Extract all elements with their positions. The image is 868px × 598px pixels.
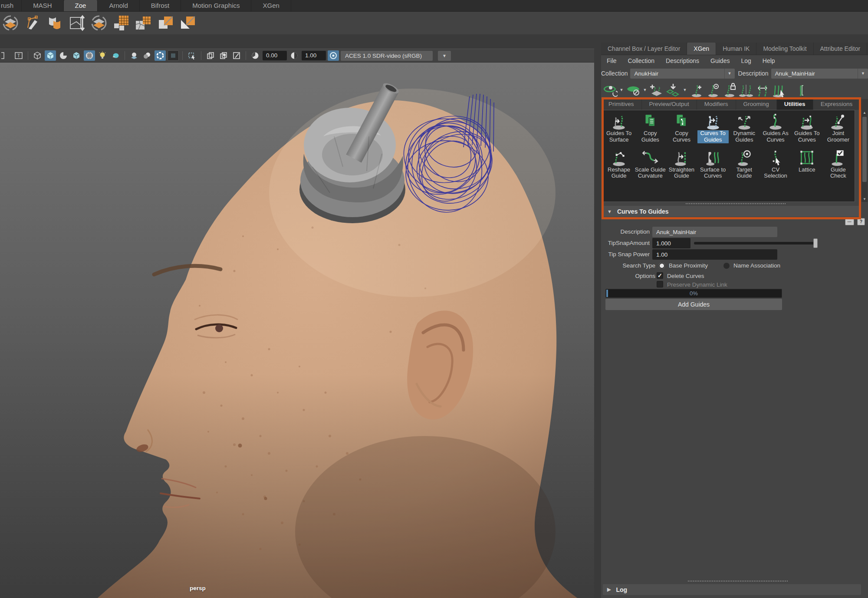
tab-xgen[interactable]: XGen: [687, 43, 716, 55]
field-tip-snap-power-value[interactable]: 1.00: [652, 249, 777, 260]
gamma-field[interactable]: 1.00: [302, 51, 326, 60]
isolate-paste-icon[interactable]: [218, 50, 229, 61]
shelf-tab-motion-graphics[interactable]: Motion Graphics: [181, 0, 251, 11]
shelf-fracture-icon[interactable]: [134, 14, 152, 32]
isolate-copy-icon[interactable]: [205, 50, 216, 61]
utility-guides-to-surface[interactable]: Guides To Surface: [603, 112, 635, 143]
scroll-thumb[interactable]: [862, 117, 867, 182]
color-management-toggle-icon[interactable]: [328, 50, 339, 61]
preview-refresh-arrow-icon[interactable]: ▼: [618, 88, 625, 92]
guides-pair-icon[interactable]: [738, 82, 754, 98]
tab-utilities[interactable]: Utilities: [777, 99, 813, 110]
guide-length-icon[interactable]: [755, 82, 770, 98]
menu-help[interactable]: Help: [757, 57, 781, 64]
radio-name-association-label[interactable]: Name Association: [733, 262, 780, 269]
description-dropdown[interactable]: Anuk_MainHair ▼: [771, 69, 868, 79]
shelf-plane-orbit2-icon[interactable]: [90, 14, 108, 32]
log-splitter-dots[interactable]: [688, 581, 788, 581]
gamma-contrast-icon[interactable]: [289, 50, 300, 61]
shelf-swap-a-icon[interactable]: [156, 14, 174, 32]
collection-dropdown[interactable]: AnukHair ▼: [630, 69, 734, 79]
utility-dynamic-guides[interactable]: Dynamic Guides: [729, 112, 760, 143]
field-tip-snap-amount-value[interactable]: 1.000: [652, 238, 690, 248]
utility-target-guide[interactable]: Target Guide: [729, 149, 760, 180]
tab-grooming[interactable]: Grooming: [736, 99, 777, 110]
viewport-3d[interactable]: [0, 63, 594, 598]
exposure-icon[interactable]: [250, 50, 261, 61]
utilities-scrollbar[interactable]: ▲ ▼: [861, 110, 868, 202]
pressed-display-icon[interactable]: [168, 50, 179, 61]
lighting-bulb-icon[interactable]: [97, 50, 108, 61]
shelf-tab-bifrost[interactable]: Bifrost: [140, 0, 181, 11]
exposure-field[interactable]: 0.00: [263, 51, 287, 60]
utility-reshape-guide[interactable]: Reshape Guide: [603, 149, 635, 180]
guide-lock-icon[interactable]: [722, 82, 737, 98]
menu-collection[interactable]: Collection: [622, 57, 660, 64]
viewport-ring-icon[interactable]: [155, 50, 166, 61]
utility-lattice[interactable]: Lattice: [791, 149, 822, 180]
shelf-pen-curve-icon[interactable]: [23, 14, 42, 32]
utility-guides-as-curves[interactable]: Guides As Curves: [760, 112, 791, 143]
shelf-tab-zoe[interactable]: Zoe: [64, 0, 98, 11]
snapshot-icon[interactable]: [231, 50, 242, 61]
collapse-triangle-icon[interactable]: ▼: [607, 209, 612, 214]
menu-guides[interactable]: Guides: [705, 57, 735, 64]
checkbox-delete-curves-label[interactable]: Delete Curves: [667, 273, 704, 279]
tab-expressions[interactable]: Expressions: [813, 99, 861, 110]
shelf-plane-orbit-icon[interactable]: [1, 14, 20, 32]
radio-base-proximity-label[interactable]: Base Proximity: [669, 262, 708, 269]
export-arrow-icon[interactable]: ▼: [682, 88, 688, 92]
preset-list-icon[interactable]: ⋯: [845, 218, 854, 225]
utility-straighten-guide[interactable]: Straighten Guide: [666, 149, 697, 180]
utility-guide-check[interactable]: Guide Check: [822, 149, 854, 180]
preview-clear-arrow-icon[interactable]: ▼: [642, 88, 648, 92]
select-marquee-icon[interactable]: [186, 50, 197, 61]
shelf-tab-brush[interactable]: rush: [0, 0, 22, 11]
shelf-resize-icon[interactable]: [68, 14, 86, 32]
tab-modifiers[interactable]: Modifiers: [697, 99, 736, 110]
add-guide-icon[interactable]: [689, 82, 704, 98]
view-transform-dropdown[interactable]: ACES 1.0 SDR-video (sRGB): [341, 51, 433, 61]
tip-snap-amount-slider-handle[interactable]: [813, 238, 818, 248]
preview-clear-icon[interactable]: [625, 82, 641, 98]
utility-scale-guide-curvature[interactable]: Scale Guide Curvature: [635, 149, 666, 180]
add-guides-button[interactable]: Add Guides: [605, 299, 782, 310]
tab-preview-output[interactable]: Preview/Output: [642, 99, 697, 110]
text-tool-icon[interactable]: T: [13, 50, 24, 61]
clipped-panel-icon[interactable]: [788, 82, 803, 98]
collection-dropdown-arrow-icon[interactable]: ▼: [724, 69, 735, 79]
ao-sphere-icon[interactable]: [128, 50, 140, 61]
tab-modeling-toolkit[interactable]: Modeling Toolkit: [756, 43, 813, 55]
utility-guides-to-curves[interactable]: Guides To Curves: [791, 112, 822, 143]
utility-surface-to-curves[interactable]: Surface to Curves: [697, 149, 729, 180]
groom-brush-icon[interactable]: [771, 82, 787, 98]
shadows-icon[interactable]: [110, 50, 121, 61]
panel-gutter[interactable]: [594, 35, 601, 598]
splitter-dots[interactable]: [686, 203, 786, 204]
update-primitives-icon[interactable]: [649, 82, 664, 98]
shelf-grid-convert-icon[interactable]: [112, 14, 130, 32]
curves-to-guides-header[interactable]: ▼ Curves To Guides: [603, 206, 861, 217]
tab-primitives[interactable]: Primitives: [601, 99, 642, 110]
guide-visibility-icon[interactable]: [705, 82, 721, 98]
tip-snap-amount-slider[interactable]: [694, 242, 817, 244]
scroll-down-icon[interactable]: ▼: [861, 196, 868, 202]
utility-copy-guides[interactable]: Copy Guides: [635, 112, 666, 143]
checkbox-preserve-dynamic-link-label[interactable]: Preserve Dynamic Link: [667, 281, 727, 288]
smooth-shade-icon[interactable]: [58, 50, 69, 61]
tab-channel-box[interactable]: Channel Box / Layer Editor: [601, 43, 687, 55]
help-mini-icon[interactable]: ?: [857, 218, 865, 225]
use-all-lights-icon[interactable]: [84, 50, 95, 61]
tab-attribute-editor[interactable]: Attribute Editor: [814, 43, 868, 55]
field-description-value[interactable]: Anuk_MainHair: [652, 227, 777, 237]
shelf-tab-arnold[interactable]: Arnold: [98, 0, 139, 11]
radio-name-association[interactable]: [723, 263, 730, 269]
wireframe-icon[interactable]: [32, 50, 43, 61]
motion-blur-icon[interactable]: [141, 50, 153, 61]
shaded-display-icon[interactable]: [45, 50, 56, 61]
view-transform-arrow-icon[interactable]: ▼: [438, 51, 451, 61]
menu-descriptions[interactable]: Descriptions: [660, 57, 705, 64]
checkbox-preserve-dynamic-link[interactable]: [657, 281, 663, 287]
preview-refresh-icon[interactable]: [602, 82, 618, 98]
radio-base-proximity[interactable]: [659, 263, 665, 269]
